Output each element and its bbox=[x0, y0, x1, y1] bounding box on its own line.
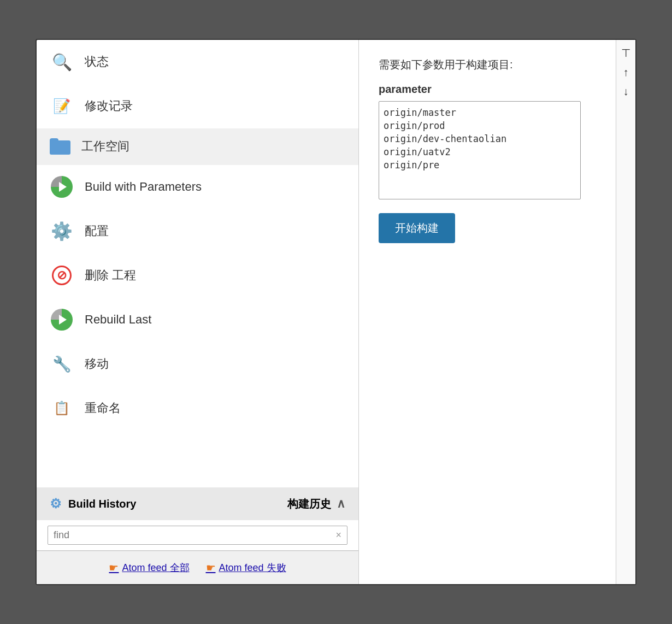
atom-feed-all-link[interactable]: ☛ Atom feed 全部 bbox=[109, 561, 189, 574]
sidebar-item-build-with-params-label: Build with Parameters bbox=[85, 180, 202, 194]
rename-icon: 📋 bbox=[50, 396, 74, 420]
search-input[interactable] bbox=[54, 529, 335, 541]
atom-feed-fail-link[interactable]: ☛ Atom feed 失败 bbox=[206, 561, 286, 574]
rss-icon-fail: ☛ bbox=[206, 561, 216, 574]
scroll-up-button[interactable]: ↑ bbox=[619, 64, 633, 81]
build-history-title: Build History bbox=[68, 498, 136, 510]
right-panel: 需要如下参数用于构建项目: parameter origin/masterori… bbox=[359, 40, 616, 584]
sidebar-item-workspace-label: 工作空间 bbox=[81, 138, 129, 155]
sidebar-item-changelog-label: 修改记录 bbox=[85, 98, 133, 114]
move-icon: 🔧 bbox=[50, 352, 74, 376]
build-history-header: ⚙ Build History 构建历史 ∧ bbox=[37, 487, 358, 520]
sidebar-item-delete[interactable]: ⊘ 删除 工程 bbox=[37, 254, 358, 298]
atom-feed-all-label: Atom feed 全部 bbox=[122, 561, 189, 574]
search-bar: × bbox=[37, 520, 358, 551]
rebuild-icon bbox=[50, 308, 74, 332]
scroll-top-button[interactable]: ⊤ bbox=[617, 44, 635, 62]
nav-list: 🔍 状态 📝 修改记录 工作空间 bbox=[37, 40, 358, 487]
feed-links: ☛ Atom feed 全部 ☛ Atom feed 失败 bbox=[37, 551, 358, 584]
sidebar-item-rename-label: 重命名 bbox=[85, 400, 121, 416]
search-clear-button[interactable]: × bbox=[335, 529, 341, 541]
settings-spin-icon: ⚙ bbox=[50, 496, 62, 511]
sidebar-item-workspace[interactable]: 工作空间 bbox=[37, 128, 358, 165]
delete-icon: ⊘ bbox=[50, 263, 74, 287]
sidebar-item-changelog[interactable]: 📝 修改记录 bbox=[37, 84, 358, 128]
sidebar-item-move-label: 移动 bbox=[85, 356, 109, 372]
build-params-icon bbox=[50, 175, 74, 199]
sidebar-item-status[interactable]: 🔍 状态 bbox=[37, 40, 358, 84]
sidebar-item-build-with-params[interactable]: Build with Parameters bbox=[37, 165, 358, 209]
sidebar-item-rebuild-last-label: Rebuild Last bbox=[85, 313, 151, 327]
sidebar-item-move[interactable]: 🔧 移动 bbox=[37, 342, 358, 386]
sidebar-item-rebuild-last[interactable]: Rebuild Last bbox=[37, 298, 358, 342]
param-select[interactable]: origin/masterorigin/prodorigin/dev-chent… bbox=[379, 101, 581, 199]
sidebar-item-delete-label: 删除 工程 bbox=[85, 267, 136, 284]
build-history-title-zh: 构建历史 bbox=[287, 497, 331, 511]
build-history-title-left: ⚙ Build History bbox=[50, 496, 136, 511]
search-input-wrap: × bbox=[48, 526, 347, 545]
panel-title: 需要如下参数用于构建项目: bbox=[379, 57, 596, 72]
param-label: parameter bbox=[379, 83, 596, 96]
build-history-title-right: 构建历史 ∧ bbox=[287, 497, 345, 511]
rss-icon-all: ☛ bbox=[109, 561, 119, 574]
atom-feed-fail-label: Atom feed 失败 bbox=[219, 561, 286, 574]
main-window: 🔍 状态 📝 修改记录 工作空间 bbox=[36, 39, 636, 585]
sidebar-item-rename[interactable]: 📋 重命名 bbox=[37, 386, 358, 431]
sidebar: 🔍 状态 📝 修改记录 工作空间 bbox=[37, 40, 359, 584]
gear-icon: ⚙️ bbox=[50, 219, 74, 243]
scroll-down-button[interactable]: ↓ bbox=[619, 83, 633, 100]
sidebar-item-config[interactable]: ⚙️ 配置 bbox=[37, 209, 358, 254]
content-area: 🔍 状态 📝 修改记录 工作空间 bbox=[37, 40, 635, 584]
sidebar-item-status-label: 状态 bbox=[85, 54, 109, 70]
collapse-icon[interactable]: ∧ bbox=[337, 497, 345, 511]
search-icon: 🔍 bbox=[50, 50, 74, 74]
sidebar-item-config-label: 配置 bbox=[85, 223, 109, 239]
scroll-nav: ⊤ ↑ ↓ bbox=[616, 40, 635, 584]
folder-icon bbox=[50, 138, 70, 155]
notebook-icon: 📝 bbox=[50, 94, 74, 118]
start-build-button[interactable]: 开始构建 bbox=[379, 213, 455, 243]
